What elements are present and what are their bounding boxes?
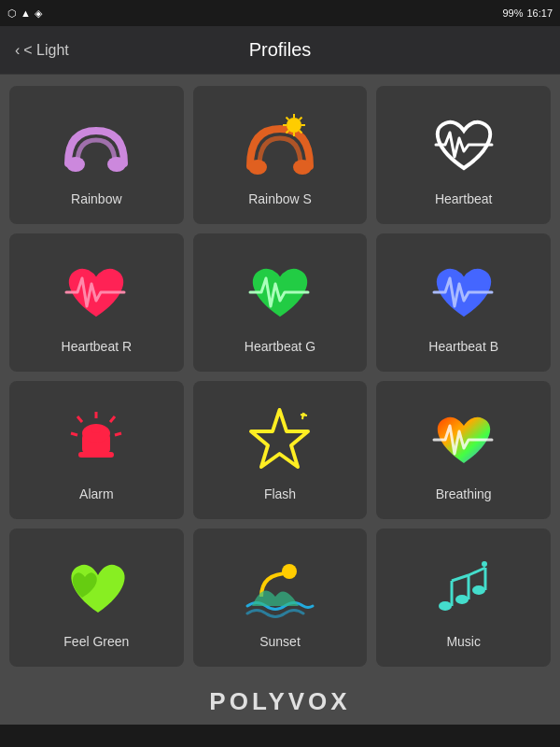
- profile-feel-green[interactable]: Feel Green: [9, 529, 184, 667]
- page-title: Profiles: [249, 39, 312, 61]
- rainbow-s-icon: [243, 107, 317, 182]
- svg-point-4: [287, 118, 301, 133]
- svg-rect-21: [91, 426, 101, 433]
- profile-heartbeat[interactable]: Heartbeat: [376, 86, 551, 224]
- status-bar: ⬡ ▲ ◈ 99% 16:17: [0, 0, 560, 26]
- flash-label: Flash: [264, 486, 296, 501]
- header: ‹ < Light Profiles: [0, 26, 560, 75]
- profile-sunset[interactable]: Sunset: [193, 529, 368, 667]
- status-left-icons: ⬡ ▲ ◈: [7, 7, 42, 20]
- svg-line-14: [77, 416, 82, 422]
- heartbeat-b-label: Heartbeat B: [428, 339, 498, 354]
- svg-line-34: [469, 568, 485, 575]
- svg-line-9: [286, 118, 288, 120]
- svg-line-15: [110, 416, 115, 422]
- alarm-label: Alarm: [79, 486, 114, 501]
- heartbeat-g-label: Heartbeat G: [245, 339, 315, 354]
- feel-green-icon: [59, 550, 133, 625]
- heartbeat-label: Heartbeat: [435, 191, 492, 206]
- heartbeat-r-icon: [59, 255, 133, 330]
- profile-alarm[interactable]: Alarm: [9, 381, 184, 519]
- signal-icon: ▲: [21, 7, 31, 19]
- svg-point-32: [472, 585, 485, 595]
- svg-point-27: [439, 601, 452, 611]
- music-label: Music: [446, 634, 481, 649]
- profiles-grid: Rainbow Rainbow S: [0, 75, 560, 678]
- music-icon: [427, 550, 501, 625]
- sunset-label: Sunset: [259, 634, 301, 649]
- profile-heartbeat-b[interactable]: Heartbeat B: [376, 233, 551, 372]
- svg-point-2: [248, 160, 267, 175]
- back-button[interactable]: ‹ < Light: [15, 42, 69, 59]
- rainbow-icon: [59, 107, 133, 182]
- bt-icon: ⬡: [7, 7, 17, 20]
- svg-point-26: [282, 564, 297, 579]
- rainbow-s-label: Rainbow S: [248, 191, 312, 206]
- sunset-icon: [243, 550, 317, 625]
- profile-heartbeat-g[interactable]: Heartbeat G: [193, 233, 368, 372]
- brand-footer: POLYVOX: [0, 678, 560, 725]
- heartbeat-b-icon: [427, 255, 501, 330]
- svg-line-31: [452, 575, 469, 581]
- battery-level: 99%: [502, 7, 523, 19]
- flash-icon: [243, 402, 317, 477]
- svg-point-3: [293, 160, 312, 175]
- heartbeat-icon: [427, 107, 501, 182]
- breathing-label: Breathing: [436, 486, 492, 501]
- feel-green-label: Feel Green: [63, 634, 129, 649]
- back-arrow-icon: ‹: [15, 42, 20, 59]
- wifi-icon: ◈: [35, 7, 42, 20]
- profile-heartbeat-r[interactable]: Heartbeat R: [9, 233, 184, 372]
- breathing-icon: [427, 402, 501, 477]
- svg-point-0: [66, 157, 85, 172]
- svg-line-16: [71, 433, 77, 435]
- svg-point-35: [482, 561, 487, 567]
- svg-rect-20: [78, 452, 114, 458]
- svg-line-17: [115, 433, 121, 435]
- status-right: 99% 16:17: [502, 7, 553, 19]
- profile-music[interactable]: Music: [376, 529, 551, 667]
- clock: 16:17: [526, 7, 553, 19]
- svg-point-1: [107, 157, 126, 172]
- back-label: < Light: [23, 42, 68, 59]
- svg-marker-22: [251, 410, 308, 467]
- svg-line-25: [302, 413, 303, 419]
- rainbow-label: Rainbow: [71, 191, 121, 206]
- heartbeat-g-icon: [243, 255, 317, 330]
- brand-name: POLYVOX: [209, 687, 350, 716]
- profile-flash[interactable]: Flash: [193, 381, 368, 519]
- profile-breathing[interactable]: Breathing: [376, 381, 551, 519]
- svg-line-11: [300, 118, 302, 120]
- profile-rainbow-s[interactable]: Rainbow S: [193, 86, 368, 224]
- alarm-icon: [59, 402, 133, 477]
- profile-rainbow[interactable]: Rainbow: [9, 86, 184, 224]
- heartbeat-r-label: Heartbeat R: [62, 339, 132, 354]
- svg-point-29: [455, 595, 469, 604]
